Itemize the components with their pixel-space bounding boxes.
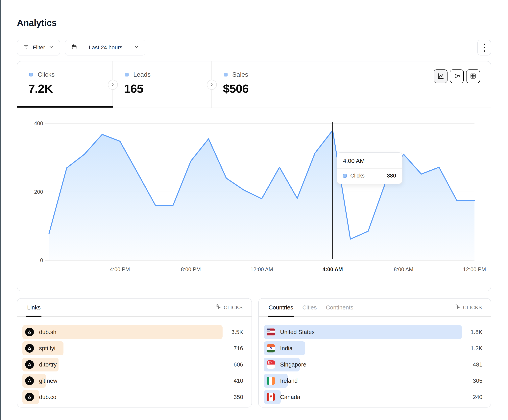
tooltip-value: 380 <box>387 173 396 179</box>
cursor-click-icon <box>216 304 221 311</box>
tooltip-time: 4:00 AM <box>337 153 402 169</box>
tab-links[interactable]: Links <box>27 298 41 316</box>
date-range-button[interactable]: Last 24 hours <box>65 40 145 56</box>
y-axis-label: 0 <box>17 257 43 263</box>
clicks-area-chart[interactable]: 0200400 4:00 PM8:00 PM12:00 AM4:00 AM8:0… <box>17 108 491 291</box>
list-item-dub-co[interactable]: dub.co350 <box>22 390 246 404</box>
chevron-right-icon <box>111 83 115 87</box>
list-item-united-states[interactable]: United States1.8K <box>264 325 486 339</box>
next-stat-button[interactable] <box>108 80 118 90</box>
tab-continents[interactable]: Continents <box>326 298 353 316</box>
metric-label: CLICKS <box>463 305 482 311</box>
countries-card: Countries Cities Continents <box>258 298 491 407</box>
row-value: 716 <box>234 345 243 352</box>
filter-button[interactable]: Filter <box>17 40 60 56</box>
toolbar: Filter Last 24 hours <box>17 40 491 56</box>
analytics-page: Analytics Filter Last 24 hou <box>17 0 491 407</box>
analytics-chart-card: Clicks 7.2K Leads 165 Sales $506 <box>17 61 491 291</box>
sg-flag-icon <box>267 360 275 369</box>
list-item-singapore[interactable]: Singapore481 <box>264 358 486 371</box>
row-value: 606 <box>234 361 243 368</box>
list-item-git-new[interactable]: git.new410 <box>22 374 246 388</box>
x-axis-label: 4:00 PM <box>110 267 130 273</box>
x-axis-label: 8:00 AM <box>394 267 413 273</box>
tab-cities-label: Cities <box>302 304 317 311</box>
funnel-chart-view-button[interactable] <box>450 69 464 83</box>
ie-flag-icon <box>267 377 275 385</box>
x-axis-label: 12:00 PM <box>463 267 486 273</box>
row-label: dub.sh <box>39 329 56 335</box>
list-item-d-to-try[interactable]: d.to/try606 <box>22 358 246 371</box>
links-card: Links CLICKS dub.sh3.5Kspti.fyi716d.to/t… <box>17 298 252 407</box>
row-label: Singapore <box>280 361 306 368</box>
chart-plot <box>17 108 491 291</box>
table-grid-icon <box>470 72 477 80</box>
filter-lines-icon <box>23 44 29 51</box>
clicks-legend-icon <box>29 73 33 76</box>
tab-cities[interactable]: Cities <box>302 298 317 316</box>
tab-sales[interactable]: Sales $506 <box>212 61 318 108</box>
list-item-ireland[interactable]: Ireland305 <box>264 374 486 388</box>
dub-logo-icon <box>25 360 34 369</box>
tab-links-label: Links <box>27 304 41 311</box>
stats-tab-strip: Clicks 7.2K Leads 165 Sales $506 <box>17 61 491 108</box>
kebab-menu-button[interactable] <box>477 40 491 56</box>
chevron-right-icon <box>210 83 214 87</box>
stat-label: Clicks <box>38 71 54 78</box>
tooltip-series-label: Clicks <box>350 173 383 179</box>
in-flag-icon <box>267 344 275 352</box>
list-item-canada[interactable]: Canada240 <box>264 390 486 404</box>
ca-flag-icon <box>267 393 275 401</box>
row-value: 350 <box>234 394 243 400</box>
leads-legend-icon <box>125 73 128 76</box>
row-label: dub.co <box>39 394 56 400</box>
line-chart-view-button[interactable] <box>434 69 448 83</box>
countries-metric-toggle[interactable]: CLICKS <box>455 304 482 311</box>
x-axis-label: 4:00 AM <box>322 267 343 273</box>
cursor-click-icon <box>455 304 461 311</box>
tab-leads[interactable]: Leads 165 <box>113 61 212 108</box>
next-stat-button[interactable] <box>207 80 217 90</box>
row-label: d.to/try <box>39 361 57 368</box>
row-value: 240 <box>473 394 482 400</box>
list-item-dub-sh[interactable]: dub.sh3.5K <box>22 325 246 339</box>
chevron-down-icon <box>49 44 54 51</box>
links-metric-toggle[interactable]: CLICKS <box>216 304 243 311</box>
row-label: spti.fyi <box>39 345 55 352</box>
links-list: dub.sh3.5Kspti.fyi716d.to/try606git.new4… <box>17 317 252 404</box>
tab-clicks[interactable]: Clicks 7.2K <box>17 61 113 108</box>
kebab-menu-icon <box>484 43 485 45</box>
dub-logo-icon <box>25 377 34 385</box>
us-flag-icon <box>267 328 275 336</box>
list-item-india[interactable]: India1.2K <box>264 341 486 355</box>
table-view-button[interactable] <box>466 69 480 83</box>
tab-continents-label: Continents <box>326 304 353 311</box>
active-tab-underline <box>17 106 113 108</box>
page-title: Analytics <box>17 17 491 28</box>
date-range-label: Last 24 hours <box>81 44 130 51</box>
stat-label: Leads <box>133 71 150 78</box>
metric-label: CLICKS <box>224 305 243 311</box>
funnel-chart-icon <box>453 72 460 80</box>
row-label: Ireland <box>280 378 298 384</box>
calendar-icon <box>71 44 77 51</box>
row-label: India <box>280 345 292 352</box>
row-value: 1.2K <box>471 345 482 352</box>
stat-label: Sales <box>232 71 248 78</box>
row-value: 305 <box>473 378 482 384</box>
row-value: 3.5K <box>231 329 243 335</box>
chevron-down-icon <box>134 44 139 51</box>
row-value: 410 <box>234 378 243 384</box>
chart-tooltip: 4:00 AM Clicks 380 <box>337 152 403 184</box>
stat-value: $506 <box>223 82 318 95</box>
sales-legend-icon <box>224 73 228 76</box>
row-label: Canada <box>280 394 300 400</box>
dub-logo-icon <box>25 344 34 353</box>
row-label: United States <box>280 329 315 335</box>
row-value: 1.8K <box>471 329 482 335</box>
tab-countries[interactable]: Countries <box>269 298 293 316</box>
y-axis-label: 200 <box>17 189 43 195</box>
dub-logo-icon <box>25 393 34 401</box>
countries-list: United States1.8KIndia1.2KSingapore481Ir… <box>259 317 491 404</box>
list-item-spti-fyi[interactable]: spti.fyi716 <box>22 341 246 355</box>
